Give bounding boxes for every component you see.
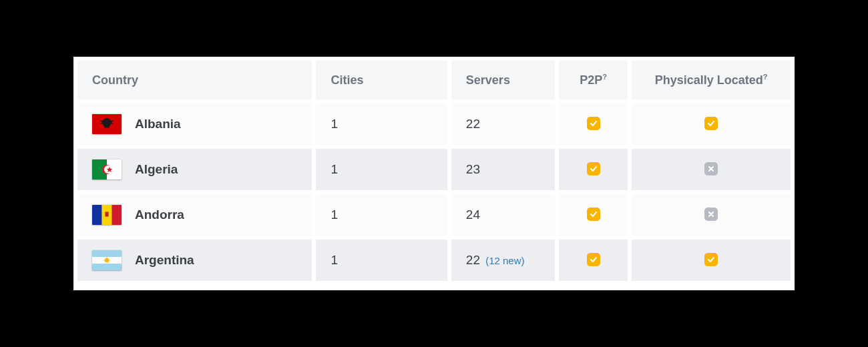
server-table: Country Cities Servers P2P? Physically L…	[73, 57, 795, 285]
header-cities[interactable]: Cities	[316, 61, 447, 99]
cell-physical	[632, 194, 791, 236]
servers-count: 22	[466, 253, 480, 267]
header-physical[interactable]: Physically Located?	[632, 61, 791, 99]
servers-count: 22	[466, 117, 480, 131]
table-row[interactable]: Algeria123	[77, 149, 791, 190]
help-icon[interactable]: ?	[763, 73, 768, 81]
cell-country: Albania	[77, 103, 312, 145]
check-icon	[587, 162, 600, 176]
header-country[interactable]: Country	[77, 61, 312, 99]
table-row[interactable]: Albania122	[77, 103, 791, 145]
cell-p2p	[559, 149, 628, 190]
server-table-panel: Country Cities Servers P2P? Physically L…	[73, 57, 795, 290]
flag-icon	[92, 250, 122, 270]
cell-p2p	[559, 240, 628, 281]
country-name: Andorra	[135, 208, 184, 222]
cell-servers: 22	[451, 103, 555, 145]
servers-count: 23	[466, 162, 480, 176]
cross-icon	[704, 208, 718, 221]
table-row[interactable]: Argentina122 (12 new)	[77, 240, 791, 281]
table-header-row: Country Cities Servers P2P? Physically L…	[77, 61, 791, 99]
cell-physical	[632, 149, 791, 190]
flag-icon	[92, 114, 122, 134]
cell-country: Algeria	[77, 149, 312, 190]
check-icon	[587, 253, 600, 266]
cell-country: Argentina	[77, 240, 312, 281]
cell-servers: 24	[451, 194, 555, 236]
cell-physical	[632, 103, 791, 145]
cross-icon	[704, 162, 718, 176]
cell-physical	[632, 240, 791, 281]
header-physical-label: Physically Located	[655, 73, 763, 87]
check-icon	[587, 117, 600, 130]
header-servers[interactable]: Servers	[451, 61, 555, 99]
check-icon	[587, 208, 600, 221]
cell-p2p	[559, 103, 628, 145]
cell-servers: 22 (12 new)	[451, 240, 555, 281]
cell-cities: 1	[316, 149, 447, 190]
table-row[interactable]: Andorra124	[77, 194, 791, 236]
help-icon[interactable]: ?	[602, 73, 607, 81]
check-icon	[704, 117, 718, 130]
cell-servers: 23	[451, 149, 555, 190]
country-name: Argentina	[135, 253, 194, 268]
servers-note: (12 new)	[483, 255, 525, 266]
cell-p2p	[559, 194, 628, 236]
header-p2p-label: P2P	[580, 73, 602, 87]
cell-country: Andorra	[77, 194, 312, 236]
country-name: Algeria	[135, 162, 178, 177]
country-name: Albania	[135, 117, 181, 131]
check-icon	[704, 253, 718, 266]
servers-count: 24	[466, 208, 480, 222]
flag-icon	[92, 159, 122, 180]
cell-cities: 1	[316, 103, 447, 145]
header-p2p[interactable]: P2P?	[559, 61, 628, 99]
cell-cities: 1	[316, 240, 447, 281]
flag-icon	[92, 205, 122, 225]
cell-cities: 1	[316, 194, 447, 236]
